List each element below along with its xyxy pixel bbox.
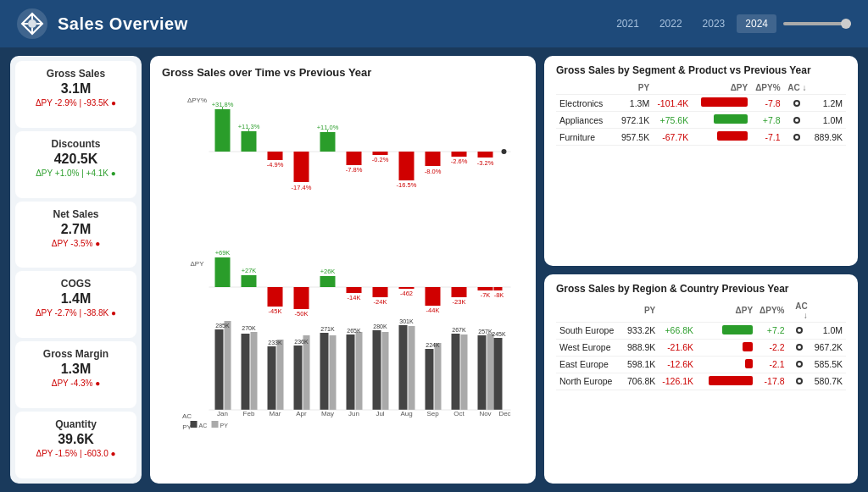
svg-text:PY: PY [220,423,229,428]
svg-rect-78 [356,332,363,410]
year-tab-2021[interactable]: 2021 [608,14,648,33]
reg-cell-dpypct: -2.2 [756,339,787,356]
reg-cell-dpy: -126.1K [659,373,697,390]
svg-rect-58 [478,287,493,290]
svg-rect-71 [294,346,303,410]
svg-rect-44 [294,287,309,309]
svg-rect-25 [347,152,362,165]
seg-cell-dpypct: +7.8 [751,112,783,129]
svg-rect-66 [251,332,258,410]
header-left: Sales Overview [17,8,188,39]
svg-text:-14K: -14K [348,294,361,301]
svg-rect-27 [373,152,388,155]
reg-cell-dpy: +66.8K [659,322,697,339]
kpi-gross-sales: Gross Sales 3.1M ΔPY -2.9% | -93.5K ● [15,61,136,128]
reg-cell-label: East Europe [556,356,624,373]
svg-rect-54 [426,287,441,306]
svg-rect-15 [242,131,257,152]
svg-text:236K: 236K [294,339,309,345]
seg-cell-ac: 1.2M [810,95,846,112]
year-slider[interactable] [783,22,851,25]
reg-cell-dpypct: -2.1 [756,356,787,373]
reg-cell-label: South Europe [556,322,624,339]
svg-text:-2.6%: -2.6% [451,158,468,165]
svg-rect-95 [494,338,503,410]
svg-text:280K: 280K [373,323,387,329]
reg-cell-bar [697,322,756,339]
svg-rect-60 [494,287,503,290]
slider-thumb [841,19,851,29]
kpi-cogs-value: 1.4M [24,291,128,307]
reg-cell-ac: 1.0M [811,322,846,339]
kpi-quantity: Quantity 39.6K ΔPY -1.5% | -603.0 ● [15,412,136,478]
svg-rect-86 [426,349,434,410]
region-table-row: North Europe 706.8K -126.1K -17.8 580.7K [556,373,846,390]
seg-cell-py: 1.3M [617,95,653,112]
svg-text:233K: 233K [268,340,282,346]
svg-text:270K: 270K [242,325,256,331]
kpi-cogs: COGS 1.4M ΔPY -2.7% | -38.8K ● [15,271,136,338]
logo-icon [17,8,47,39]
svg-text:Aug: Aug [400,410,412,417]
seg-col-dpy: ΔPY [653,81,751,95]
kpi-cogs-label: COGS [24,278,128,290]
seg-cell-dpy: -67.7K [653,129,692,146]
year-tab-2023[interactable]: 2023 [694,14,734,33]
svg-rect-29 [399,152,415,180]
svg-rect-68 [268,346,276,410]
gross-sales-chart-svg: ΔPY% ΔPY AC PY +31.8% +11.3% -4 [162,84,524,456]
svg-rect-31 [426,152,441,166]
svg-text:Sep: Sep [426,410,439,417]
year-tab-2024[interactable]: 2024 [737,14,776,33]
svg-text:224K: 224K [426,342,440,348]
kpi-quantity-delta: ΔPY -1.5% | -603.0 ● [24,449,128,458]
svg-rect-92 [478,335,487,410]
seg-col-py: PY [617,81,653,95]
svg-text:265K: 265K [347,328,361,334]
reg-cell-ac: 585.5K [811,356,846,373]
kpi-net-sales-value: 2.7M [24,222,128,237]
svg-rect-38 [215,257,231,287]
reg-cell-py: 933.2K [624,322,659,339]
segment-card: Gross Sales by Segment & Product vs Prev… [544,56,858,266]
seg-col-ac: AC ↓ [784,81,810,95]
kpi-gross-margin-value: 1.3M [24,362,128,377]
svg-text:-17.4%: -17.4% [292,184,312,191]
kpi-discounts-label: Discounts [24,138,128,150]
svg-rect-63 [225,321,231,410]
svg-text:Jul: Jul [376,410,384,417]
kpi-gross-sales-delta: ΔPY -2.9% | -93.5K ● [24,98,128,108]
svg-text:ΔPY%: ΔPY% [187,97,207,104]
svg-rect-50 [373,287,388,297]
svg-text:-50K: -50K [295,310,309,318]
page-title: Sales Overview [58,14,188,34]
year-tab-2022[interactable]: 2022 [651,14,691,33]
seg-cell-py: 957.5K [617,129,653,146]
kpi-discounts: Discounts 420.5K ΔPY +1.0% | +4.1K ● [15,131,136,198]
seg-cell-label: Furniture [556,129,617,146]
region-table-row: West Europe 988.9K -21.6K -2.2 967.2K [556,339,846,356]
header: Sales Overview 2021 2022 2023 2024 [0,0,868,47]
svg-text:Jun: Jun [348,410,359,417]
svg-text:+27K: +27K [242,267,257,274]
svg-text:-7K: -7K [481,291,491,299]
svg-text:257K: 257K [478,329,492,334]
kpi-net-sales-delta: ΔPY -3.5% ● [24,239,128,248]
seg-cell-bar [692,129,751,146]
reg-col-ac: AC ↓ [787,300,810,323]
year-tabs: 2021 2022 2023 2024 [608,14,851,33]
reg-cell-py: 988.9K [624,339,659,356]
reg-cell-dpypct: +7.2 [756,322,787,339]
svg-text:+69K: +69K [215,249,231,257]
reg-cell-ac: 580.7K [811,373,846,390]
kpi-discounts-value: 420.5K [24,152,128,167]
svg-rect-74 [320,333,329,410]
seg-cell-bar [692,112,751,129]
seg-cell-dot [784,95,810,112]
svg-text:AC: AC [199,423,208,428]
svg-text:-16.5%: -16.5% [397,181,417,189]
kpi-discounts-delta: ΔPY +1.0% | +4.1K ● [24,169,128,178]
seg-cell-dpy: +75.6K [653,112,692,129]
svg-rect-56 [452,287,467,297]
gross-sales-chart-card: Gross Sales over Time vs Previous Year Δ… [150,56,536,484]
